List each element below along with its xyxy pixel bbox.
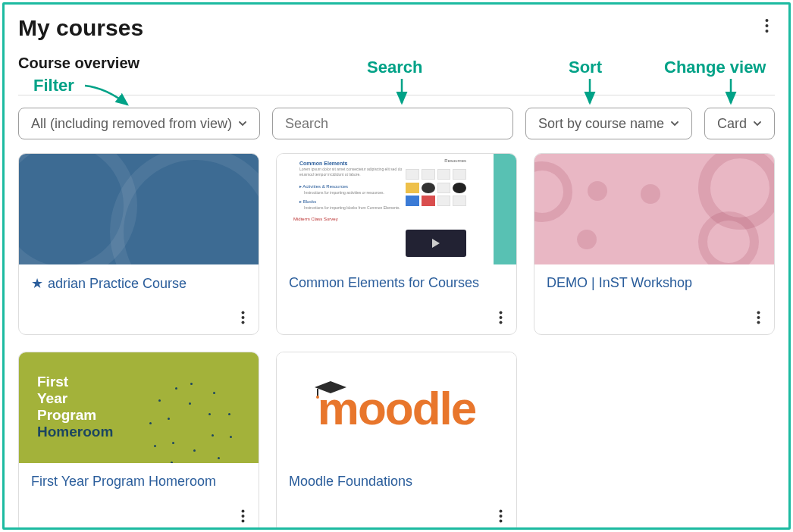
annotation-view-arrow: [723, 77, 738, 109]
course-title: First Year Program Homeroom: [31, 474, 216, 490]
svg-point-16: [500, 510, 503, 513]
svg-point-4: [242, 316, 245, 319]
filter-dropdown[interactable]: All (including removed from view): [18, 108, 260, 139]
sort-dropdown[interactable]: Sort by course name: [525, 108, 692, 139]
page-title: My courses: [18, 15, 143, 41]
course-card-body: Moodle Foundations: [277, 463, 516, 530]
annotation-search-arrow: [394, 77, 409, 109]
course-card-body: DEMO | InST Workshop: [534, 264, 774, 334]
svg-point-17: [500, 515, 503, 518]
my-courses-panel: My courses Course overview Filter Search…: [2, 2, 791, 530]
svg-point-0: [766, 19, 769, 22]
svg-point-5: [242, 321, 245, 324]
course-actions-menu[interactable]: [238, 311, 248, 328]
svg-point-7: [500, 316, 503, 319]
course-title: DEMO | InST Workshop: [547, 275, 692, 291]
controls-row: All (including removed from view) Sort b…: [18, 108, 775, 139]
course-thumbnail: Common Elements Lorem ipsum dolor sit am…: [277, 154, 516, 264]
course-card[interactable]: DEMO | InST Workshop: [534, 153, 775, 335]
course-grid: ★ adrian Practice Course Common Elements…: [18, 153, 775, 530]
course-actions-menu[interactable]: [238, 509, 248, 527]
annotation-filter-arrow: [83, 83, 136, 111]
annotation-filter-label: Filter: [33, 76, 74, 95]
svg-point-18: [500, 520, 503, 523]
course-actions-menu[interactable]: [496, 311, 506, 328]
overview-title: Course overview: [18, 55, 775, 72]
course-card-body: ★ adrian Practice Course: [19, 264, 259, 334]
search-input-wrapper[interactable]: [272, 108, 513, 139]
panel-actions-menu[interactable]: [759, 15, 775, 40]
course-card[interactable]: First Year Program Homeroom First Year P…: [18, 352, 259, 530]
chevron-down-icon: [238, 119, 247, 128]
svg-point-6: [500, 311, 503, 315]
svg-point-12: [242, 510, 245, 513]
course-title: Common Elements for Courses: [289, 275, 479, 291]
course-thumbnail: moodle: [277, 352, 516, 463]
svg-point-10: [757, 316, 760, 319]
course-card[interactable]: Common Elements Lorem ipsum dolor sit am…: [276, 153, 517, 335]
svg-point-2: [766, 30, 769, 33]
course-thumbnail: First Year Program Homeroom: [19, 352, 259, 463]
search-input[interactable]: [285, 116, 500, 132]
filter-value: All (including removed from view): [31, 116, 232, 132]
svg-point-14: [242, 520, 245, 523]
course-title: adrian Practice Course: [48, 276, 186, 292]
divider: [18, 95, 775, 95]
svg-point-1: [766, 24, 769, 27]
course-thumbnail: [19, 154, 259, 264]
chevron-down-icon: [670, 119, 679, 128]
course-card-body: Common Elements for Courses: [277, 264, 516, 334]
course-thumbnail: [534, 154, 774, 264]
graduation-cap-icon: [313, 380, 348, 399]
annotation-sort-arrow: [582, 77, 597, 109]
course-actions-menu[interactable]: [496, 509, 506, 527]
course-actions-menu[interactable]: [754, 311, 763, 328]
svg-point-11: [757, 321, 760, 324]
panel-header: My courses: [18, 15, 775, 41]
view-dropdown[interactable]: Card: [704, 108, 775, 139]
course-title: Moodle Foundations: [289, 474, 412, 490]
course-card[interactable]: ★ adrian Practice Course: [18, 153, 259, 335]
svg-point-9: [757, 311, 760, 315]
star-icon: ★: [31, 275, 43, 292]
svg-point-13: [242, 515, 245, 518]
svg-point-8: [500, 321, 503, 324]
course-card[interactable]: moodle Moodle Foundations: [276, 352, 517, 530]
view-value: Card: [717, 116, 747, 132]
chevron-down-icon: [753, 119, 762, 128]
course-card-body: First Year Program Homeroom: [19, 463, 259, 530]
sort-value: Sort by course name: [538, 116, 664, 132]
svg-point-15: [316, 396, 319, 399]
svg-point-3: [242, 311, 245, 315]
